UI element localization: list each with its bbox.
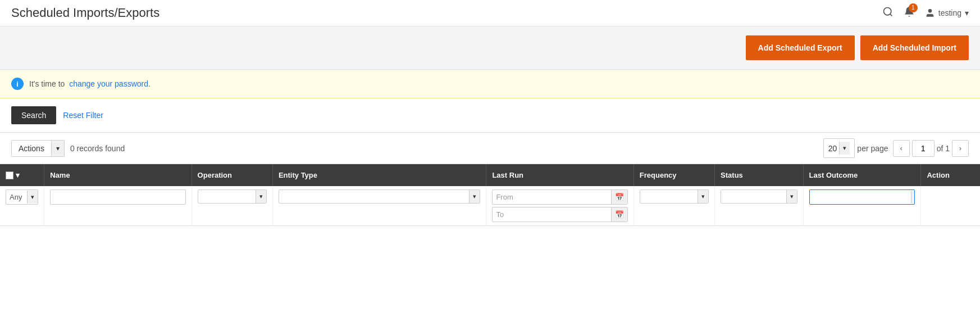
outcome-select-arrow[interactable]: ▲ [911,191,915,204]
outcome-filter-input[interactable] [810,190,911,204]
per-page-input-wrap: 20 ▾ [823,138,855,158]
filter-frequency-cell: ▾ [633,186,714,226]
th-action: Action [921,164,980,186]
next-page-button[interactable]: › [952,140,969,157]
current-page-input[interactable] [912,140,935,157]
frequency-select-wrap: ▾ [640,189,709,204]
per-page-arrow[interactable]: ▾ [839,142,850,155]
records-left: Actions ▾ 0 records found [11,140,125,157]
change-password-link[interactable]: change your password [69,79,148,88]
add-scheduled-export-button[interactable]: Add Scheduled Export [746,35,855,60]
per-page-value: 20 [828,144,837,153]
page-title: Scheduled Imports/Exports [11,6,159,20]
entity-select-arrow[interactable]: ▾ [469,190,480,203]
svg-line-1 [890,13,892,16]
table-container: ▾ Name Operation Entity Type Last Run Fr… [0,164,980,226]
svg-point-0 [883,7,891,15]
date-from-label: From [493,190,610,204]
th-entity-type: Entity Type [272,164,486,186]
add-scheduled-import-button[interactable]: Add Scheduled Import [860,35,969,60]
main-table: ▾ Name Operation Entity Type Last Run Fr… [0,164,980,226]
operation-select-arrow[interactable]: ▾ [256,190,266,203]
entity-filter-label [279,194,469,200]
th-last-outcome: Last Outcome [803,164,921,186]
filter-name-cell [44,186,192,226]
outcome-input-wrap: ▲ [809,189,915,205]
any-select-arrow[interactable]: ▾ [27,191,38,204]
header: Scheduled Imports/Exports 1 testing ▾ [0,0,980,26]
pagination: ‹ of 1 › [893,140,969,157]
th-operation: Operation [192,164,272,186]
prev-page-button[interactable]: ‹ [893,140,910,157]
notification-badge: 1 [909,3,918,12]
operation-filter-label [198,194,256,200]
table-header-row: ▾ Name Operation Entity Type Last Run Fr… [0,164,980,186]
filter-row: Any ▾ ▾ ▾ [0,186,980,226]
per-page-select: 20 ▾ per page [823,138,888,158]
reset-filter-link[interactable]: Reset Filter [63,111,103,120]
records-bar: Actions ▾ 0 records found 20 ▾ per page … [0,133,980,164]
entity-select-wrap: ▾ [279,189,480,204]
status-select-wrap: ▾ [721,189,797,204]
filter-outcome-cell: ▲ [803,186,921,226]
check-dropdown-arrow[interactable]: ▾ [16,171,20,179]
search-bar: Search Reset Filter [0,98,980,133]
svg-point-2 [928,9,932,12]
header-checkbox[interactable] [6,171,13,179]
info-icon: i [11,78,24,90]
filter-check-cell: Any ▾ [0,186,44,226]
user-icon [925,8,935,18]
user-name: testing [938,8,961,17]
filter-operation-cell: ▾ [192,186,272,226]
date-from-wrap: From 📅 [492,189,627,205]
toolbar: Add Scheduled Export Add Scheduled Impor… [0,26,980,70]
calendar-to-icon[interactable]: 📅 [611,207,627,222]
alert-banner: i It's time to change your password. [0,70,980,98]
frequency-select-arrow[interactable]: ▾ [698,190,708,203]
calendar-from-icon[interactable]: 📅 [611,190,627,204]
search-icon-button[interactable] [882,6,894,20]
user-menu-button[interactable]: testing ▾ [925,8,969,18]
filter-entity-cell: ▾ [272,186,486,226]
status-filter-label [721,194,786,200]
frequency-filter-label [640,194,698,200]
th-name: Name [44,164,192,186]
filter-action-cell [921,186,980,226]
actions-label: Actions [12,141,51,156]
date-to-label: To [493,207,610,222]
th-frequency: Frequency [633,164,714,186]
per-page-label: per page [857,144,888,153]
records-count: 0 records found [70,144,125,153]
any-label: Any [6,190,27,204]
th-check: ▾ [0,164,44,186]
search-button[interactable]: Search [11,106,56,124]
header-right: 1 testing ▾ [882,6,969,20]
page-of: of 1 [937,144,950,153]
date-to-wrap: To 📅 [492,207,627,222]
name-filter-input[interactable] [50,189,185,205]
search-icon [882,6,894,17]
actions-dropdown-arrow[interactable]: ▾ [51,141,64,156]
filter-status-cell: ▾ [715,186,803,226]
notification-button[interactable]: 1 [904,6,915,20]
status-select-arrow[interactable]: ▾ [786,190,797,203]
th-status: Status [715,164,803,186]
records-right: 20 ▾ per page ‹ of 1 › [823,138,969,158]
any-select-wrap: Any ▾ [6,189,38,205]
chevron-down-icon: ▾ [965,8,969,17]
actions-dropdown[interactable]: Actions ▾ [11,140,65,157]
filter-lastrun-cell: From 📅 To 📅 [486,186,633,226]
th-last-run: Last Run [486,164,633,186]
operation-select-wrap: ▾ [198,189,267,204]
alert-text: It's time to change your password. [29,79,151,88]
